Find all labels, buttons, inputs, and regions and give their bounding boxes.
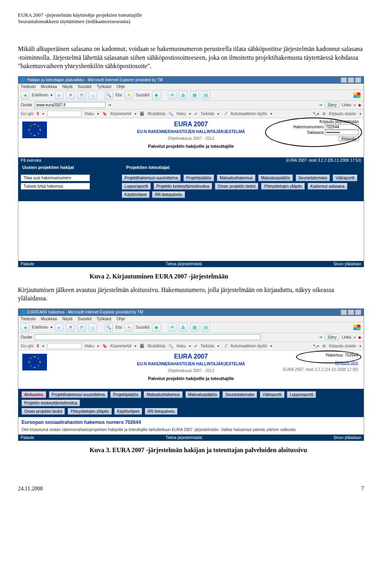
address-input[interactable]	[35, 102, 105, 108]
stop-button[interactable]: ✕	[66, 91, 75, 99]
forward-button[interactable]: ►	[55, 323, 64, 331]
menu-file[interactable]: Tiedosto	[21, 84, 36, 89]
menu-edit[interactable]: Muokkaa	[41, 84, 57, 89]
tab-8[interactable]: Projektin keskeyttämisilmoitus	[21, 400, 80, 406]
address-bar[interactable]: Osoite ➔ ➔ Siirry Links » ◆	[18, 101, 364, 110]
go-icon[interactable]: ➔	[319, 335, 322, 340]
login-pw-input[interactable]	[325, 130, 359, 135]
tab-2[interactable]: Projektipäätös	[110, 391, 141, 398]
rtab-r1-0[interactable]: Projektihakemus/-suunnitelma	[122, 174, 181, 181]
links-label[interactable]: Links	[342, 103, 351, 107]
misc-icon[interactable]: ▦	[190, 91, 199, 99]
menu-view[interactable]: Näytä	[62, 84, 72, 89]
google-toolbar-2[interactable]: Google 8▾ Haku▾ 🔖Kirjanmerkit▾ 📓Muistiki…	[18, 342, 364, 351]
google-toolbar[interactable]: Google 8▾ Haku▾ 🔖Kirjanmerkit▾ 📓Muistiki…	[18, 110, 364, 118]
back-button[interactable]: ◄	[21, 323, 29, 331]
menu-tools[interactable]: Työkalut	[97, 317, 111, 321]
pa-svenska-link[interactable]: På svenska	[21, 158, 41, 163]
mail-icon[interactable]: ✉	[168, 91, 177, 99]
footer-mid-link[interactable]: Tietoa järjestelmästä	[34, 262, 333, 266]
menu-fav[interactable]: Suosikit	[78, 317, 92, 321]
ie-menubar-2[interactable]: Tiedosto Muokkaa Näytä Suosikit Työkalut…	[18, 316, 364, 322]
ie-toolbar-2[interactable]: ◄ Edellinen▾ ► ✕ ⟳ ⌂ 🔍 Etsi ★ Suosikit ◉…	[18, 322, 364, 333]
gtb-bookmarks[interactable]: Kirjanmerkit	[110, 344, 131, 348]
rtab-r1-1[interactable]: Projektipäätös	[183, 174, 214, 181]
menu-help[interactable]: Ohje	[117, 317, 125, 321]
favorites-icon[interactable]: ★	[125, 91, 133, 99]
forward-button[interactable]: ►	[55, 91, 64, 99]
tab-3[interactable]: Maksatushakemus	[144, 391, 182, 398]
menu-view[interactable]: Näytä	[62, 317, 72, 321]
rtab-r2-2[interactable]: Oman projektin tiedot	[215, 183, 258, 190]
login-button[interactable]: Kirjaudu	[339, 136, 359, 141]
back-button[interactable]: ◄	[21, 91, 29, 99]
menu-help[interactable]: Ohje	[117, 84, 125, 89]
ie-toolbar[interactable]: ◄ Edellinen ▾ ► ✕ ⟳ ⌂ 🔍 Etsi ★ Suosikit …	[18, 90, 364, 101]
left-tab-1[interactable]: Tulosta tyhjä hakemus	[21, 183, 90, 190]
gtb-search[interactable]: Haku	[85, 344, 94, 348]
tab-4[interactable]: Maksatuspäätös	[185, 391, 220, 398]
tab-5[interactable]: Seurantalomake	[222, 391, 257, 398]
tab2-0[interactable]: Oman projektin tiedot	[21, 408, 65, 415]
misc2-icon[interactable]: ▤	[201, 91, 210, 99]
home-button[interactable]: ⌂	[88, 91, 97, 99]
rtab-r1-3[interactable]: Maksatuspäätös	[258, 174, 293, 181]
go-icon[interactable]: ➔	[108, 102, 111, 108]
stop-button[interactable]: ✕	[66, 323, 75, 331]
siirry-button[interactable]: Siirry	[325, 102, 339, 108]
google-search-input[interactable]	[47, 111, 82, 117]
menu-fav[interactable]: Suosikit	[78, 84, 92, 89]
rtab-r1-4[interactable]: Seurantalomake	[296, 174, 330, 181]
window-buttons-2[interactable]	[341, 310, 361, 315]
address-input-2[interactable]	[35, 334, 261, 340]
adobe-icon[interactable]: ◆	[358, 103, 361, 107]
search-icon[interactable]: 🔍	[104, 323, 113, 331]
links-label[interactable]: Links	[342, 335, 351, 339]
menu-tools[interactable]: Työkalut	[97, 84, 111, 89]
tab-1[interactable]: Projektihakemus/-suunnitelma	[49, 391, 108, 398]
footer-left-link[interactable]: Palaute	[21, 262, 34, 266]
tab-active[interactable]: Aloitussivu	[21, 391, 46, 398]
go2-icon[interactable]: ➔	[319, 102, 322, 108]
home-button[interactable]: ⌂	[88, 323, 97, 331]
gtb-search2[interactable]: Haku	[176, 112, 185, 116]
gtb-notebook[interactable]: Muistikirja	[148, 112, 165, 116]
rtab-r1-5[interactable]: Väliraportti	[333, 174, 357, 181]
gtb-bookmarks[interactable]: Kirjanmerkit	[110, 112, 131, 116]
refresh-button[interactable]: ⟳	[77, 91, 86, 99]
mail-icon[interactable]: ✉	[168, 323, 177, 331]
tab2-1[interactable]: Yhteystietojen ylläpito	[68, 408, 112, 415]
google-search-input-2[interactable]	[47, 343, 82, 349]
footer-left-link-2[interactable]: Palaute	[21, 435, 34, 440]
print-icon[interactable]: 🖶	[179, 91, 188, 99]
rtab-r2-0[interactable]: Loppuraportti	[122, 183, 151, 190]
menu-edit[interactable]: Muokkaa	[41, 317, 57, 321]
favorites-icon[interactable]: ★	[125, 323, 133, 331]
gtb-autofill[interactable]: Automaattinen täyttö	[230, 112, 267, 116]
gtb-search[interactable]: Haku	[85, 112, 94, 116]
footer-right-link[interactable]: Sivun ylälaitaan	[333, 262, 361, 266]
menu-file[interactable]: Tiedosto	[21, 317, 36, 321]
logout-link[interactable]: Kirjaudu ulos	[283, 361, 358, 365]
gtb-check[interactable]: Tarkista	[201, 344, 214, 348]
rtab-r3-0[interactable]: Käyttöohjeet	[122, 191, 150, 198]
tab2-2[interactable]: Käyttöohjeet	[114, 408, 142, 415]
misc-icon[interactable]: ▦	[190, 323, 199, 331]
window-buttons[interactable]	[341, 77, 361, 83]
left-tab-0[interactable]: Tilaa uusi hakemusnumero	[21, 174, 90, 181]
gtb-check[interactable]: Tarkista	[201, 112, 214, 116]
ie-menubar[interactable]: Tiedosto Muokkaa Näytä Suosikit Työkalut…	[18, 84, 364, 90]
google-login[interactable]: Kirjaudu sisään	[329, 344, 356, 348]
footer-mid-link-2[interactable]: Tietoa järjestelmästä	[34, 435, 333, 440]
tab-6[interactable]: Väliraportti	[260, 391, 285, 398]
misc2-icon[interactable]: ▤	[201, 323, 210, 331]
rtab-r1-2[interactable]: Maksatushakemus	[217, 174, 255, 181]
footer-right-link-2[interactable]: Sivun ylälaitaan	[333, 435, 361, 440]
rtab-r2-3[interactable]: Yhteystietojen ylläpito	[261, 183, 305, 190]
address-bar-2[interactable]: Osoite ➔ Siirry Links» ◆	[18, 333, 364, 342]
rtab-r2-4[interactable]: Kadonnut salasana	[308, 183, 347, 190]
login-num-input[interactable]	[325, 124, 359, 129]
google-login[interactable]: Kirjaudu sisään	[329, 112, 356, 116]
siirry-button[interactable]: Siirry	[325, 334, 339, 340]
refresh-button[interactable]: ⟳	[77, 323, 86, 331]
